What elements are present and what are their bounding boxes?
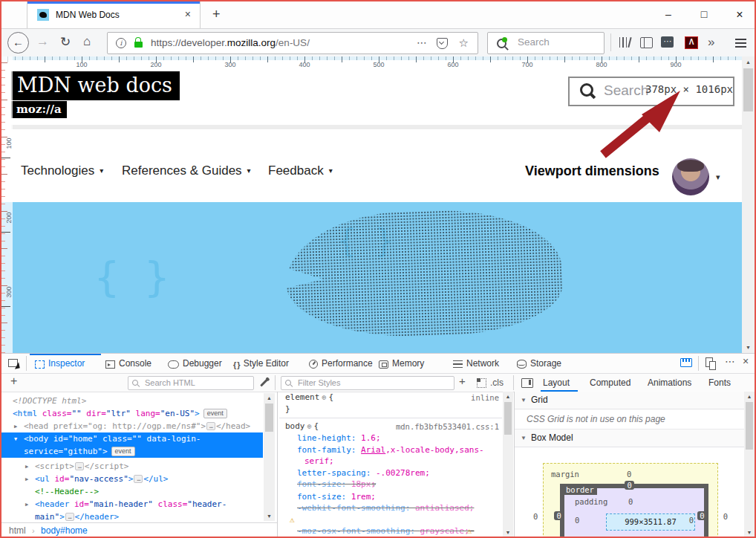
scroll-down-icon[interactable]: ▼: [264, 513, 275, 519]
expand-icon[interactable]: ▶: [25, 473, 35, 486]
expand-icon[interactable]: ▶: [14, 421, 24, 433]
browser-tab-mdn[interactable]: MDN Web Docs ×: [27, 1, 201, 28]
tab-close-icon[interactable]: ×: [185, 8, 191, 20]
border-right-value[interactable]: 0: [697, 511, 707, 520]
expand-icon[interactable]: ▶: [25, 499, 35, 511]
box-model-section-header[interactable]: ▼Box Model: [515, 430, 744, 447]
header-comment-node[interactable]: <!--Header-->: [1, 485, 263, 498]
window-close-button[interactable]: ×: [732, 8, 747, 22]
sidebar-tab-animations[interactable]: Animations: [648, 377, 691, 388]
highlighter-icon[interactable]: ⊕: [307, 422, 312, 430]
css-declaration[interactable]: line-height: 1.6;: [279, 432, 502, 444]
search-engine-icon[interactable]: [497, 39, 506, 48]
reload-button[interactable]: ↻: [60, 34, 71, 50]
scroll-down-icon[interactable]: ▼: [744, 530, 755, 535]
css-declaration[interactable]: letter-spacing: -.00278rem;: [279, 467, 502, 479]
sidebar-tab-computed[interactable]: Computed: [590, 377, 630, 388]
tab-storage[interactable]: Storage: [517, 358, 561, 370]
padding-left-value[interactable]: 0: [575, 516, 579, 525]
add-rule-button[interactable]: +: [459, 375, 466, 387]
ellipsis-badge[interactable]: …: [65, 513, 74, 521]
collapse-icon[interactable]: ▼: [14, 433, 24, 446]
tab-network[interactable]: Network: [453, 358, 499, 370]
css-declaration[interactable]: font-family: Arial,x-locale-body,sans-se…: [279, 444, 502, 467]
page-actions-icon[interactable]: ⋯: [417, 36, 427, 48]
padding-right-value[interactable]: 0: [689, 516, 694, 525]
head-node[interactable]: ▶<head prefix="og: http://ogp.me/ns#">…<…: [1, 420, 263, 432]
doctype-node[interactable]: <!DOCTYPE html>: [1, 395, 263, 407]
tab-style-editor[interactable]: { }Style Editor: [233, 358, 289, 370]
header-node[interactable]: ▶<header id="main-header" class="header-: [1, 498, 263, 511]
html-tree-scrollbar[interactable]: ▲ ▼: [264, 393, 275, 521]
filter-styles-box[interactable]: [281, 376, 454, 390]
tab-debugger[interactable]: Debugger: [168, 358, 222, 370]
scroll-up-icon[interactable]: ▲: [744, 394, 755, 399]
url-text[interactable]: https://developer.mozilla.org/en-US/: [151, 37, 310, 48]
scroll-down-icon[interactable]: ▼: [503, 530, 513, 535]
site-info-icon[interactable]: i: [116, 38, 126, 48]
responsive-mode-button[interactable]: [706, 357, 713, 369]
layout-scrollbar[interactable]: ▲ ▼: [744, 392, 755, 537]
tab-console[interactable]: Console: [105, 358, 151, 370]
class-panel-button[interactable]: .cls: [490, 377, 504, 388]
ellipsis-badge[interactable]: …: [206, 422, 215, 430]
nav-technologies[interactable]: Technologies▾: [21, 163, 103, 178]
scrollbar-thumb[interactable]: [504, 402, 512, 435]
css-declaration[interactable]: font-size: 1rem;: [279, 491, 502, 503]
overflow-chevron-icon[interactable]: »: [708, 35, 714, 50]
bookmark-star-icon[interactable]: ☆: [459, 36, 469, 50]
filter-styles-input[interactable]: [296, 377, 454, 388]
new-tab-button[interactable]: +: [212, 7, 221, 22]
event-badge[interactable]: event: [111, 447, 135, 456]
body-rule-selector[interactable]: body⊕{mdn.fb3bfb533401.css:1: [279, 421, 502, 432]
pane-toggle-icon[interactable]: [521, 378, 533, 388]
expand-icon[interactable]: ▶: [25, 461, 35, 473]
css-declaration-invalid[interactable]: -webkit-font-smoothing: antialiased;: [279, 502, 502, 514]
toggle-rulers-button[interactable]: [680, 358, 692, 369]
html-node[interactable]: <html class="" dir="ltr" lang="en-US">ev…: [1, 407, 263, 420]
home-button[interactable]: ⌂: [83, 34, 91, 49]
eyedropper-icon[interactable]: [260, 379, 267, 386]
screenshot-icon[interactable]: ⋯: [661, 36, 674, 48]
pseudo-class-icon[interactable]: [477, 378, 486, 388]
scrollbar-thumb[interactable]: [265, 404, 273, 432]
content-box[interactable]: 999×3511.87: [606, 513, 695, 531]
pocket-icon[interactable]: [437, 38, 448, 49]
scrollbar-thumb[interactable]: [746, 402, 753, 450]
body-node-selected[interactable]: ▼<body id="home" class="" data-login-: [1, 432, 263, 445]
tab-performance[interactable]: Performance: [309, 358, 373, 370]
breadcrumb-html[interactable]: html: [9, 525, 26, 536]
devtools-menu-icon[interactable]: ⋯: [725, 355, 735, 367]
element-rule-selector[interactable]: element⊕{inline: [279, 392, 502, 404]
library-icon[interactable]: [619, 37, 629, 48]
search-html-input[interactable]: [143, 377, 253, 388]
css-declaration-overridden[interactable]: font-size: 18px;▽: [279, 479, 502, 491]
sidebar-tab-layout[interactable]: Layout: [543, 377, 570, 388]
scroll-up-icon[interactable]: ▲: [264, 395, 275, 401]
css-declaration-invalid[interactable]: -moz-osx-font-smoothing: grayscale; ⚠: [279, 525, 502, 537]
font-link[interactable]: Arial: [361, 445, 385, 455]
secure-lock-icon[interactable]: [134, 42, 143, 48]
mozilla-wordmark[interactable]: moz://a: [11, 101, 67, 118]
sidebar-tab-fonts[interactable]: Fonts: [708, 377, 731, 388]
grid-section-header[interactable]: ▼Grid: [515, 392, 744, 409]
pane-divider[interactable]: [277, 392, 278, 537]
add-node-button[interactable]: +: [10, 375, 17, 388]
window-maximize-button[interactable]: □: [697, 8, 711, 20]
url-bar[interactable]: i https://developer.mozilla.org/en-US/ ⋯…: [107, 32, 478, 54]
browser-search-bar[interactable]: [487, 32, 605, 54]
browser-search-input[interactable]: [516, 36, 593, 48]
rule-origin-link[interactable]: mdn.fb3bfb533401.css:1: [396, 421, 499, 432]
scroll-up-icon[interactable]: ▲: [503, 394, 513, 399]
padding-bottom-value[interactable]: 0: [628, 536, 633, 537]
nav-feedback[interactable]: Feedback▾: [268, 163, 333, 178]
margin-left-value[interactable]: 0: [533, 512, 538, 521]
border-top-value[interactable]: 0: [625, 481, 634, 490]
margin-right-value[interactable]: 0: [723, 512, 728, 521]
devtools-close-icon[interactable]: ×: [743, 355, 749, 367]
body-node-selected-wrap[interactable]: service="github">event: [1, 445, 263, 458]
tab-inspector[interactable]: Inspector: [35, 358, 85, 370]
ellipsis-badge[interactable]: …: [75, 462, 84, 470]
scrollbar-thumb[interactable]: [743, 68, 753, 111]
scroll-up-icon[interactable]: ▲: [742, 59, 755, 65]
